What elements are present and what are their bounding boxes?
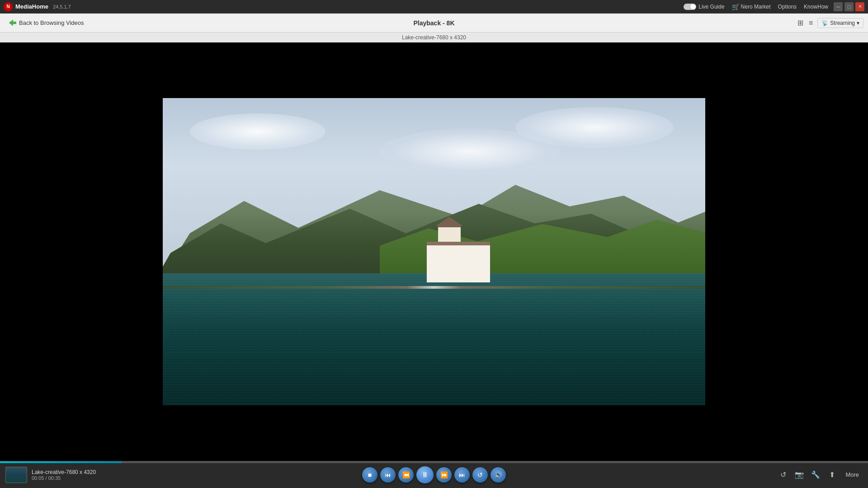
left-black-bar	[0, 42, 59, 461]
volume-icon: 🔊	[495, 471, 502, 479]
cloud-1	[190, 113, 326, 150]
repeat-button[interactable]: ↺	[472, 467, 488, 483]
progress-fill	[0, 461, 122, 463]
fast-forward-icon: ⏩	[440, 471, 448, 479]
video-container[interactable]	[0, 42, 868, 461]
volume-button[interactable]: 🔊	[491, 467, 506, 483]
playback-controls: ■ ⏮ ⏪ ⏸ ⏩ ⏭ ↺ 🔊	[362, 466, 506, 483]
stop-icon: ■	[368, 471, 372, 479]
back-button[interactable]: Back to Browsing Videos	[5, 17, 88, 29]
streaming-icon: 📡	[821, 20, 828, 26]
thumb-inner	[6, 467, 27, 483]
live-guide-toggle[interactable]: Live Guide	[684, 4, 724, 10]
cart-icon: 🛒	[732, 3, 740, 10]
list-view-btn[interactable]: ≡	[808, 18, 814, 28]
maximize-btn[interactable]: □	[844, 2, 854, 11]
rewind-button[interactable]: ⏪	[398, 467, 414, 483]
bottom-bar: Lake-creative-7680 x 4320 00:05 / 00:35 …	[0, 461, 868, 488]
app-version: 24.5.1.7	[53, 4, 684, 9]
right-controls: ↺ 📷 🔧 ⬆ More	[777, 469, 863, 481]
more-label: More	[845, 471, 859, 478]
upload-icon-btn[interactable]: ⬆	[826, 469, 838, 481]
video-thumbnail	[5, 467, 27, 483]
cloud-3	[515, 107, 674, 148]
streaming-label: Streaming	[830, 20, 855, 26]
toolbar: Back to Browsing Videos Playback - 8K ⊞ …	[0, 14, 868, 33]
app-name: MediaHome	[15, 3, 48, 10]
video-display[interactable]	[163, 98, 705, 405]
capture-icon-btn[interactable]: 📷	[793, 469, 806, 481]
fast-forward-button[interactable]: ⏩	[436, 467, 452, 483]
live-guide-label: Live Guide	[698, 4, 724, 10]
rewind-icon: ⏪	[402, 471, 410, 479]
nero-market-btn[interactable]: 🛒 Nero Market	[732, 3, 771, 10]
prev-button[interactable]: ⏮	[380, 467, 396, 483]
playback-title: Playback - 8K	[413, 19, 454, 27]
subtitle-bar: Lake-creative-7680 x 4320	[0, 33, 868, 42]
prev-icon: ⏮	[385, 471, 391, 479]
toolbar-right: ⊞ ≡ 📡 Streaming ▾	[797, 18, 863, 28]
grid-view-btn[interactable]: ⊞	[797, 18, 804, 28]
window-controls: ─ □ ✕	[834, 2, 864, 11]
nero-logo: N	[4, 2, 13, 11]
more-button[interactable]: More	[842, 469, 863, 480]
next-button[interactable]: ⏭	[454, 467, 470, 483]
pause-icon: ⏸	[421, 471, 429, 479]
shoreline	[163, 286, 705, 289]
file-time: 00:05 / 00:35	[32, 475, 96, 481]
back-label: Back to Browsing Videos	[19, 19, 84, 26]
chevron-down-icon: ▾	[857, 20, 859, 26]
options-btn[interactable]: Options	[778, 4, 797, 10]
file-info: Lake-creative-7680 x 4320 00:05 / 00:35	[32, 469, 96, 481]
close-btn[interactable]: ✕	[855, 2, 864, 11]
back-arrow-icon	[8, 19, 16, 27]
title-bar: N MediaHome 24.5.1.7 Live Guide 🛒 Nero M…	[0, 0, 868, 14]
hotel-building	[418, 228, 499, 282]
repeat-icon: ↺	[477, 471, 483, 479]
knowhow-btn[interactable]: KnowHow	[804, 4, 828, 10]
hotel-tower	[438, 225, 461, 243]
next-icon: ⏭	[459, 471, 465, 479]
hotel-main	[427, 242, 490, 282]
settings-icon-btn[interactable]: 🔧	[809, 469, 822, 481]
revert-icon-btn[interactable]: ↺	[777, 469, 789, 481]
minimize-btn[interactable]: ─	[834, 2, 843, 11]
pause-button[interactable]: ⏸	[416, 466, 434, 483]
file-name: Lake-creative-7680 x 4320	[32, 469, 96, 475]
progress-bar[interactable]	[0, 461, 868, 463]
video-subtitle: Lake-creative-7680 x 4320	[402, 34, 466, 41]
stop-button[interactable]: ■	[362, 467, 377, 483]
streaming-button[interactable]: 📡 Streaming ▾	[817, 18, 863, 28]
water-shimmer	[163, 273, 705, 405]
